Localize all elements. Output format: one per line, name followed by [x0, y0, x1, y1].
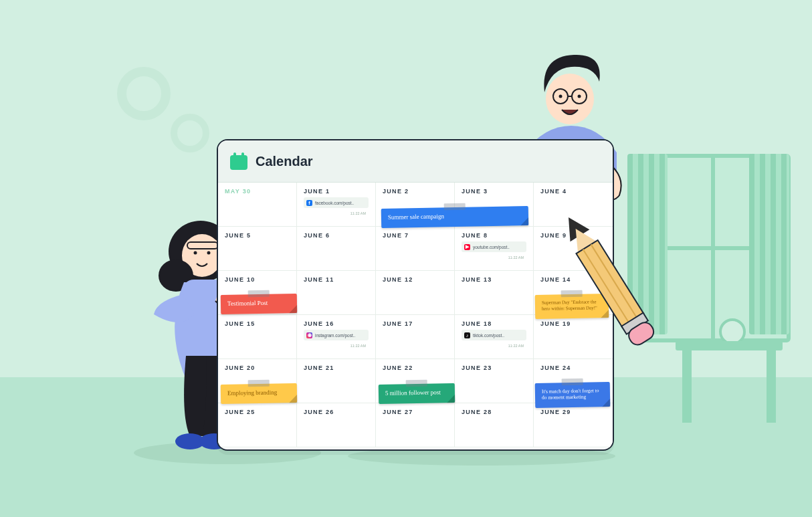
calendar-cell[interactable]: June 12	[376, 271, 455, 315]
calendar-cell[interactable]: June 21	[297, 359, 376, 403]
calendar-icon	[230, 152, 247, 170]
date-label: June 17	[383, 320, 447, 327]
calendar-cell[interactable]: June 29	[534, 403, 613, 447]
svg-point-5	[194, 251, 197, 255]
calendar-cell[interactable]: June 17	[376, 315, 455, 359]
sticky-note[interactable]: Superman Day "Embrace the hero within: S…	[535, 294, 609, 318]
date-label: June 13	[462, 276, 526, 283]
date-label: June 25	[225, 409, 290, 415]
date-label: June 15	[225, 320, 290, 327]
date-label: June 24	[540, 365, 606, 371]
calendar-cell[interactable]: June 26	[297, 403, 376, 447]
date-label: June 4	[540, 188, 606, 195]
calendar-cell[interactable]: June 15	[218, 315, 297, 359]
calendar-cell[interactable]: June 13	[455, 271, 534, 315]
sticky-note[interactable]: Summer sale campaign	[381, 206, 528, 228]
date-label: June 12	[383, 276, 447, 283]
chip-time: 11:22 AM	[508, 344, 524, 348]
date-label: June 20	[225, 365, 290, 371]
calendar-cell[interactable]: June 5	[218, 227, 297, 271]
date-label: June 26	[304, 409, 369, 415]
calendar-cell[interactable]: June 28	[455, 403, 534, 447]
date-label: May 30	[225, 188, 290, 195]
calendar-cell[interactable]: June 19	[534, 315, 613, 359]
date-label: June 21	[304, 365, 369, 371]
svg-point-15	[578, 95, 581, 98]
sticky-note[interactable]: It's match day don't forget to do moment…	[535, 382, 611, 408]
date-label: June 28	[462, 409, 526, 415]
chip-text: facebook.com/post..	[315, 201, 354, 205]
date-label: June 5	[225, 232, 290, 239]
date-label: June 18	[462, 320, 526, 327]
date-label: June 22	[383, 365, 447, 371]
calendar-header: Calendar	[218, 140, 613, 183]
chip-text: tiktok.com/post..	[473, 333, 504, 338]
calendar-cell[interactable]: June 25	[218, 403, 297, 447]
date-label: June 10	[225, 276, 290, 283]
gear-icon	[117, 67, 171, 120]
calendar-cell[interactable]: June 11	[297, 271, 376, 315]
scheduled-post-chip[interactable]: f facebook.com/post.. 11:22 AM	[304, 197, 369, 208]
date-label: June 16	[304, 320, 369, 327]
chip-time: 11:22 AM	[508, 255, 524, 260]
calendar-cell[interactable]: June 27	[376, 403, 455, 447]
gear-icon	[171, 114, 209, 152]
chip-time: 11:22 AM	[350, 344, 366, 348]
date-label: June 1	[304, 188, 369, 195]
sticky-text: 5 million follower post	[385, 389, 441, 396]
sticky-text: Summer sale campaign	[388, 213, 444, 220]
sticky-text: Superman Day "Embrace the hero within: S…	[542, 299, 597, 311]
calendar-cell[interactable]: June 18 ♪ tiktok.com/post.. 11:22 AM	[455, 315, 534, 359]
calendar-cell[interactable]: June 1 f facebook.com/post.. 11:22 AM	[297, 183, 376, 227]
youtube-icon: ▶	[464, 244, 470, 250]
scheduled-post-chip[interactable]: ♪ tiktok.com/post.. 11:22 AM	[462, 330, 526, 340]
date-label: June 2	[383, 188, 447, 195]
calendar-cell[interactable]: June 7	[376, 227, 455, 271]
date-label: June 6	[304, 232, 369, 239]
svg-point-6	[207, 251, 211, 255]
chip-text: instagram.com/post..	[315, 333, 355, 338]
desk-decoration	[676, 341, 783, 350]
sticky-text: Employing branding	[227, 389, 277, 397]
tiktok-icon: ♪	[464, 332, 470, 338]
calendar-cell[interactable]: June 8 ▶ youtube.com/post.. 11:22 AM	[455, 227, 534, 271]
instagram-icon: ◉	[306, 332, 312, 338]
date-label: June 7	[383, 232, 447, 239]
date-label: June 29	[540, 409, 606, 415]
sticky-note[interactable]: Employing branding	[221, 383, 297, 404]
calendar-cell[interactable]: June 23	[455, 359, 534, 403]
sticky-note[interactable]: Testimonial Post	[221, 294, 297, 314]
calendar-title: Calendar	[256, 154, 313, 169]
date-label: June 3	[462, 188, 526, 195]
facebook-icon: f	[306, 200, 312, 206]
svg-point-14	[559, 95, 563, 98]
date-label: June 8	[462, 232, 526, 239]
calendar-cell[interactable]: May 30	[218, 183, 297, 227]
scheduled-post-chip[interactable]: ▶ youtube.com/post.. 11:22 AM	[462, 241, 526, 252]
sticky-text: It's match day don't forget to do moment…	[542, 387, 599, 401]
chip-time: 11:22 AM	[350, 211, 366, 215]
scheduled-post-chip[interactable]: ◉ instagram.com/post.. 11:22 AM	[304, 330, 369, 340]
chip-text: youtube.com/post..	[473, 245, 510, 249]
date-label: June 11	[304, 276, 369, 283]
date-label: June 19	[540, 320, 606, 327]
date-label: June 23	[462, 365, 526, 371]
date-label: June 27	[383, 409, 447, 415]
calendar-cell[interactable]: June 6	[297, 227, 376, 271]
sticky-note[interactable]: 5 million follower post	[379, 383, 455, 404]
curtain-decoration	[749, 154, 789, 334]
calendar-cell[interactable]: June 16 ◉ instagram.com/post.. 11:22 AM	[297, 315, 376, 359]
sticky-text: Testimonial Post	[227, 300, 268, 307]
